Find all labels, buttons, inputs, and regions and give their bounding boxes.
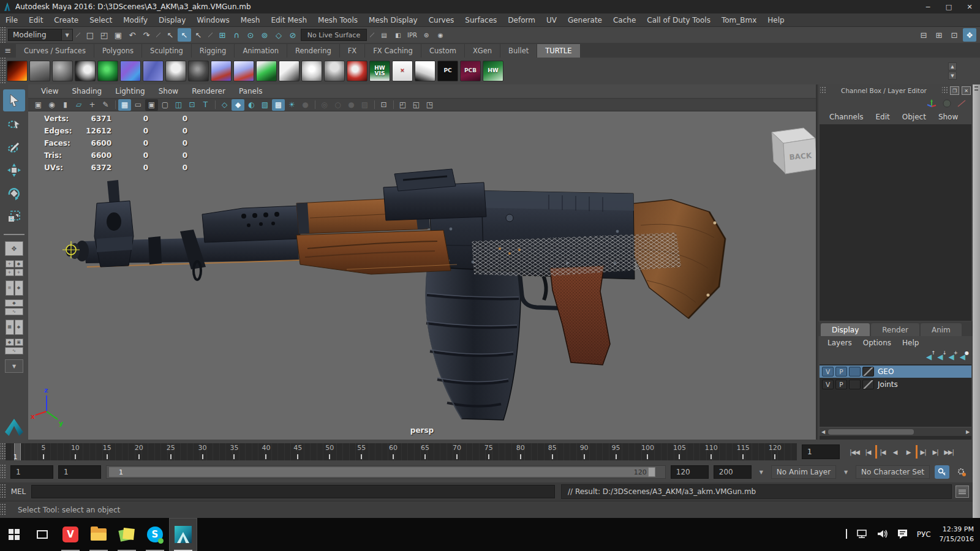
go-to-start-button[interactable]: |◀◀ [848, 445, 861, 459]
layer-display-type-toggle[interactable] [849, 380, 861, 389]
taskbar-app-vivaldi[interactable]: V [56, 518, 85, 551]
drag-grip[interactable] [0, 443, 6, 460]
layer-playback-toggle[interactable]: P [835, 367, 847, 377]
layout-persp-outliner-button[interactable]: ≡◆ [4, 279, 24, 296]
menu-item[interactable]: Call of Duty Tools [641, 13, 716, 26]
drag-grip[interactable] [0, 27, 6, 43]
layout-persp-graph-button[interactable]: ◆∿ [4, 299, 24, 316]
menu-item[interactable]: Windows [191, 13, 235, 26]
minimize-button[interactable]: ─ [918, 0, 938, 13]
view-cube[interactable]: BACK [772, 128, 816, 174]
snap-point-icon[interactable]: ⊙ [244, 28, 257, 42]
live-surface-field[interactable]: No Live Surface [301, 29, 367, 41]
layout-dropdown-button[interactable]: ▼ [4, 358, 24, 375]
drag-grip[interactable] [942, 87, 948, 94]
shelf-tab[interactable]: Custom [421, 44, 465, 58]
shelf-red-ring-icon[interactable] [347, 61, 368, 81]
bounding-box-icon[interactable]: ▧ [258, 99, 271, 111]
snap-projected-center-icon[interactable]: ⊚ [258, 28, 271, 42]
new-scene-icon[interactable]: □ [83, 28, 97, 42]
viewport-menu-item[interactable]: Lighting [108, 87, 152, 96]
select-object-icon[interactable]: ↖ [178, 28, 191, 42]
current-frame-field[interactable]: 1 [802, 444, 840, 459]
layer-row[interactable]: V P GEO [820, 365, 971, 378]
tray-expand-icon[interactable] [846, 530, 847, 539]
shelf-disable-vis-icon[interactable]: ✕ [392, 61, 413, 81]
shelf-bake-set-icon[interactable] [279, 61, 300, 81]
animation-preferences-button[interactable] [954, 465, 969, 479]
taskbar-app-maya[interactable] [169, 518, 197, 551]
select-tool[interactable] [3, 89, 25, 111]
command-input[interactable] [31, 485, 555, 498]
shelf-normal-map-icon[interactable] [120, 61, 141, 81]
channel-box-menu-item[interactable]: Channels [823, 113, 870, 121]
task-view-button[interactable] [28, 518, 56, 551]
layout-hypershade-persp-button[interactable]: ▦◆ [4, 318, 24, 335]
close-button[interactable]: ✕ [959, 0, 980, 13]
render-current-frame-icon[interactable]: ◧ [391, 28, 405, 42]
make-live-icon[interactable]: ⊘ [286, 28, 300, 42]
layer-row[interactable]: V P Joints [820, 378, 971, 391]
command-language-toggle[interactable]: MEL [6, 487, 31, 496]
playback-start-field[interactable]: 1 [58, 465, 101, 479]
shelf-sphere-icon[interactable] [52, 61, 73, 81]
menu-item[interactable]: Cache [608, 13, 641, 26]
shelf-tab[interactable]: Rigging [192, 44, 235, 58]
taskbar-app-explorer[interactable] [85, 518, 113, 551]
scrollbar-thumb[interactable] [828, 429, 914, 435]
menu-item[interactable]: Edit Mesh [265, 13, 312, 26]
drag-grip[interactable] [0, 58, 6, 84]
layer-editor-tab[interactable]: Render [871, 323, 919, 336]
scroll-left-icon[interactable]: ◀ [820, 429, 827, 435]
safe-title-icon[interactable]: T [199, 99, 212, 111]
range-end-handle[interactable] [648, 467, 655, 477]
anim-layer-dropdown[interactable]: No Anim Layer [771, 465, 836, 479]
open-scene-icon[interactable]: ◰ [97, 28, 111, 42]
lights-icon[interactable]: ☀ [285, 99, 298, 111]
create-layer-from-selected-icon[interactable]: ◀● [960, 353, 965, 361]
shelf-tab[interactable]: Curves / Surfaces [16, 44, 94, 58]
shelf-hw-vis-icon[interactable]: HW VIS [369, 61, 390, 81]
lasso-tool[interactable] [3, 113, 25, 135]
shelf-tab[interactable]: XGen [465, 44, 500, 58]
layer-editor-menu-item[interactable]: Layers [822, 339, 858, 347]
command-result-field[interactable]: // Result: D:/3DScenes/A3_AKM/a3_akm.VMG… [561, 484, 952, 499]
menu-item[interactable]: UV [541, 13, 562, 26]
redo-icon[interactable]: ↷ [140, 28, 153, 42]
character-set-dropdown[interactable]: No Character Set [856, 465, 930, 479]
taskbar-app-skype[interactable]: S [141, 518, 169, 551]
panel-edge-strip[interactable] [973, 84, 980, 518]
toggle-tool-settings-icon[interactable]: ⊟ [917, 28, 930, 42]
manipulator-icon[interactable] [926, 99, 937, 108]
play-forwards-button[interactable]: ▶ [902, 445, 914, 459]
viewport-menu-item[interactable]: View [34, 87, 65, 96]
volume-icon[interactable] [876, 529, 889, 541]
render-settings-icon[interactable]: ⊛ [420, 28, 433, 42]
undo-icon[interactable]: ↶ [126, 28, 139, 42]
shelf-menu-icon[interactable]: ≡ [0, 43, 16, 58]
two-d-pan-zoom-icon[interactable]: + [86, 99, 99, 111]
move-layer-up-icon[interactable]: ◀↑ [926, 353, 932, 361]
select-component-icon[interactable]: ↖ [192, 28, 205, 42]
textured-icon[interactable]: ▩ [272, 99, 285, 111]
hyperbolic-icon[interactable] [957, 99, 967, 108]
shelf-tab[interactable]: FX Caching [365, 44, 421, 58]
isolate-select-icon[interactable]: ⊡ [377, 99, 390, 111]
menu-item[interactable]: Modify [118, 13, 153, 26]
menu-item[interactable]: Generate [562, 13, 608, 26]
paint-select-tool[interactable] [3, 136, 25, 158]
grid-icon[interactable]: ▦ [118, 99, 131, 111]
field-chart-icon[interactable]: ◫ [172, 99, 185, 111]
action-center-icon[interactable] [897, 529, 908, 541]
menu-item[interactable]: Mesh [235, 13, 266, 26]
multisample-icon[interactable]: ● [345, 99, 358, 111]
shadows-icon[interactable]: ● [299, 99, 312, 111]
shelf-turtle-bake-icon[interactable] [7, 61, 28, 81]
menu-item[interactable]: Edit [23, 13, 48, 26]
snap-view-plane-icon[interactable]: ◇ [272, 28, 285, 42]
menu-item[interactable]: Create [48, 13, 84, 26]
shelf-dome-icon[interactable] [324, 61, 345, 81]
lock-camera-icon[interactable]: ◉ [45, 99, 58, 111]
auto-keyframe-toggle[interactable] [935, 465, 949, 479]
scroll-right-icon[interactable]: ▶ [964, 429, 971, 435]
